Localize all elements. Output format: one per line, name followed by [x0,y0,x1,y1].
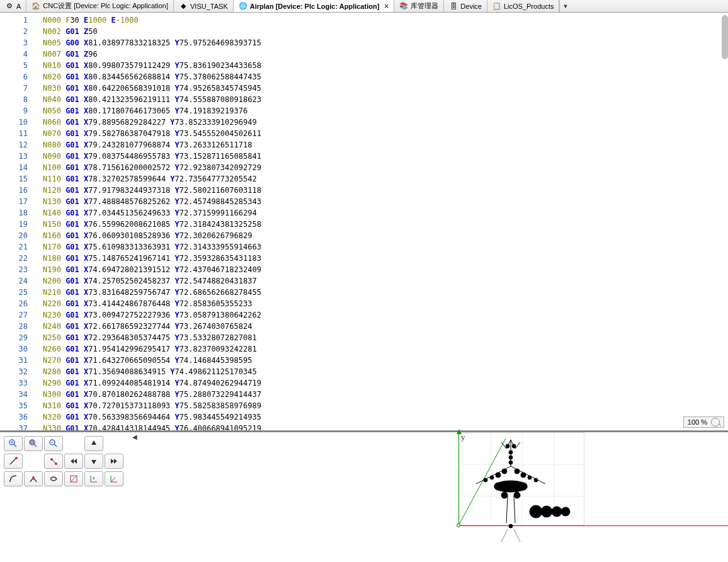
close-icon[interactable]: × [384,2,389,11]
code-line[interactable]: N260 G01 X71.954142996295417 Y73.8237009… [43,343,728,355]
forward-button[interactable] [105,454,123,469]
axis-2-button[interactable]: x [84,471,103,486]
x-axis [458,525,728,526]
code-line[interactable]: N020 G01 X80.834456562688814 Y75.3780625… [43,71,728,83]
zoom-icon[interactable] [711,418,720,427]
tab-label: LicOS_Products [504,3,554,10]
panel-collapse-icon[interactable]: ◀ [132,433,137,440]
axis-1-button[interactable] [64,471,83,486]
svg-line-1 [14,444,16,447]
tab-label: Device [460,3,482,10]
svg-line-8 [54,444,57,447]
code-line[interactable]: N190 G01 X74.694728021391512 Y72.4370467… [43,264,728,275]
tab-2[interactable]: ◆VISU_TASK [174,0,234,12]
curve-2-button[interactable] [24,471,43,486]
svg-rect-6 [30,440,34,444]
tab-label: Airplan [Device: Plc Logic: Application] [250,3,380,10]
line-gutter: 1234567891011121314151617181920212223242… [0,13,33,430]
measure-button[interactable] [44,454,63,469]
code-line[interactable]: N270 G01 X71.643270665090554 Y74.1468445… [43,355,728,366]
tab-bar: ⚙A🏠CNC设置 [Device: Plc Logic: Application… [0,0,728,13]
curve-3-button[interactable] [44,471,63,486]
code-line[interactable]: N000 F30 E1000 E-1000 [43,14,728,26]
svg-point-15 [32,476,35,479]
tab-5[interactable]: 🗄Device [444,0,487,12]
code-line[interactable]: N002 G01 Z50 [43,26,728,37]
code-line[interactable]: N110 G01 X78.32702578599644 Y72.73564777… [43,173,728,185]
svg-point-11 [15,457,18,459]
svg-line-5 [34,444,37,447]
tab-1[interactable]: 🏠CNC设置 [Device: Plc Logic: Application] [26,0,174,12]
code-line[interactable]: N180 G01 X75.148765241967141 Y72.3593286… [43,253,728,264]
tab-icon: ◆ [179,2,188,11]
code-line[interactable]: N320 G01 X70.563398356694464 Y75.9834455… [43,411,728,423]
zoom-in-button[interactable] [4,436,23,451]
origin-marker [457,524,460,527]
tab-3[interactable]: 🌐Airplan [Device: Plc Logic: Application… [234,0,395,12]
code-line[interactable]: N005 G00 X81.038977833218325 Y75.9752646… [43,37,728,49]
tab-icon: ⚙ [5,2,14,11]
code-line[interactable]: N310 G01 X70.727015373118093 Y75.5825838… [43,400,728,411]
code-line[interactable]: N170 G01 X75.610983313363931 Y72.3143339… [43,241,728,253]
svg-text:x: x [93,476,95,480]
code-line[interactable]: N130 G01 X77.488848576825262 Y72.4574988… [43,196,728,207]
tab-label: A [16,3,21,10]
tab-overflow-icon[interactable]: ▼ [559,0,571,12]
tab-icon: 📚 [399,2,408,11]
code-line[interactable]: N080 G01 X79.243281077968874 Y73.2633126… [43,139,728,151]
axis-3-button[interactable] [105,471,123,486]
zoom-fit-button[interactable] [24,436,43,451]
code-line[interactable]: N210 G01 X73.831648259756747 Y72.6865626… [43,287,728,298]
scrollbar-thumb[interactable] [722,15,728,59]
svg-line-10 [10,458,16,464]
straight-button[interactable] [4,454,23,469]
y-axis [458,432,459,525]
code-content[interactable]: N000 F30 E1000 E-1000N002 G01 Z50N005 G0… [33,13,728,430]
code-line[interactable]: N010 G01 X80.998073579112429 Y75.8361902… [43,60,728,71]
code-line[interactable]: N290 G01 X71.099244085481914 Y74.8749402… [43,377,728,389]
code-line[interactable]: N007 G01 Z96 [43,49,728,60]
tool-palette: ◀ x [0,432,139,562]
code-line[interactable]: N090 G01 X79.083754486955783 Y73.1528711… [43,151,728,162]
zoom-value: 100 % [688,418,707,426]
code-line[interactable]: N030 G01 X80.642206568391018 Y74.9526583… [43,83,728,94]
tab-6[interactable]: 📋LicOS_Products [487,0,559,12]
code-editor[interactable]: 1234567891011121314151617181920212223242… [0,13,728,431]
arrow-down-button[interactable] [84,454,103,469]
code-line[interactable]: N040 G01 X80.421323596219111 Y74.5558870… [43,94,728,105]
y-axis-label: y [461,432,465,442]
tab-label: 库管理器 [411,1,438,11]
code-line[interactable]: N160 G01 X76.060930108528936 Y72.3020626… [43,230,728,241]
tab-4[interactable]: 📚库管理器 [394,0,444,12]
tab-0[interactable]: ⚙A [0,0,26,12]
code-line[interactable]: N070 G01 X79.582786387047918 Y73.5455520… [43,128,728,139]
arrow-up-button[interactable] [84,436,103,451]
zoom-out-button[interactable] [44,436,63,451]
xy-preview[interactable]: x y [139,432,728,562]
code-line[interactable]: N140 G01 X77.034451356249633 Y72.3715999… [43,207,728,219]
code-line[interactable]: N240 G01 X72.661786592327744 Y73.2674030… [43,321,728,332]
code-line[interactable]: N200 G01 X74.257052502458237 Y72.5474882… [43,275,728,287]
tab-label: VISU_TASK [190,3,228,10]
code-line[interactable]: N150 G01 X76.559962008621085 Y72.3184243… [43,219,728,230]
code-line[interactable]: N060 G01 X79.88956829284227 Y73.85233391… [43,117,728,128]
code-line[interactable]: N300 G01 X70.870180262488788 Y75.2880732… [43,389,728,400]
bottom-panel: ◀ x x y [0,431,728,562]
preview-grid [458,432,584,525]
code-line[interactable]: N330 G01 X70.428414318144945 Y76.4006689… [43,423,728,430]
code-line[interactable]: N050 G01 X80.171807646173065 Y74.1918392… [43,105,728,117]
code-line[interactable]: N250 G01 X72.293648305374475 Y73.5332807… [43,332,728,343]
code-line[interactable]: N280 G01 X71.35694088634915 Y74.49862112… [43,366,728,377]
code-line[interactable]: N120 G01 X77.917983244937318 Y72.5802116… [43,185,728,196]
tab-label: CNC设置 [Device: Plc Logic: Application] [43,1,168,11]
curve-1-button[interactable] [4,471,23,486]
tab-icon: 🌐 [239,2,247,11]
code-line[interactable]: N230 G01 X73.009472752227936 Y73.0587913… [43,309,728,321]
tab-icon: 🏠 [31,2,40,11]
zoom-indicator[interactable]: 100 % [683,416,724,428]
svg-line-17 [71,476,77,482]
tab-icon: 📋 [492,2,501,11]
rewind-button[interactable] [64,454,83,469]
code-line[interactable]: N100 G01 X78.715616200002572 Y72.9238073… [43,162,728,173]
code-line[interactable]: N220 G01 X73.414424867876448 Y72.8583605… [43,298,728,309]
